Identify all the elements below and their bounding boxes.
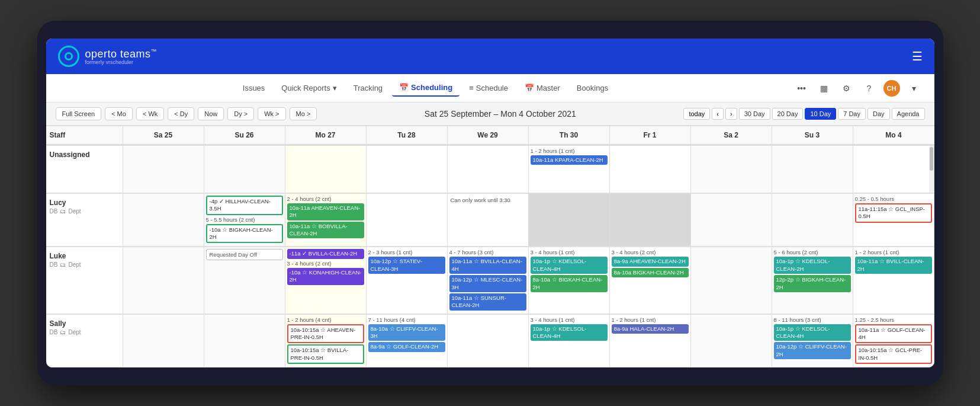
event-bigkah-clean-th30[interactable]: 8a-10a ☆ BIGKAH-CLEAN-2H — [531, 275, 608, 292]
cell-unassigned-sa2[interactable] — [691, 146, 772, 193]
next-nav-arrow[interactable]: › — [725, 108, 737, 120]
cell-unassigned-fr1[interactable] — [610, 146, 691, 193]
cell-unassigned-mo27[interactable] — [285, 146, 367, 193]
cell-unassigned-su3[interactable] — [772, 146, 853, 193]
cell-sally-su26[interactable] — [204, 315, 285, 367]
hamburger-menu-icon[interactable]: ☰ — [912, 49, 923, 63]
full-screen-btn[interactable]: Full Screen — [56, 107, 102, 120]
cell-sally-sa25[interactable] — [123, 315, 204, 367]
today-btn[interactable]: today — [683, 108, 710, 120]
event-kdelsol-clean-su3-sally[interactable]: 10a-1p ☆ KDELSOL-CLEAN-4H — [774, 324, 851, 341]
scrollbar[interactable] — [929, 146, 934, 193]
event-hala-clean[interactable]: 8a-9a HALA-CLEAN-2H — [612, 324, 689, 334]
event-bigkah-clean-fr1[interactable]: 8a-10a BIGKAH-CLEAN-2H — [612, 268, 689, 277]
event-sunsur-clean[interactable]: 10a-11a ☆ SUNSUR-CLEAN-2H — [449, 293, 526, 311]
cell-sally-fr1[interactable]: 1 - 2 hours (1 cnt) 8a-9a HALA-CLEAN-2H — [610, 315, 691, 367]
cell-luke-su3[interactable]: 5 - 6 hours (2 cnt) 10a-1p ☆ KDELSOL-CLE… — [772, 247, 853, 314]
cell-sally-mo27[interactable]: 1 - 2 hours (4 cnt) 10a-10:15a ☆ AHEAVEN… — [285, 315, 367, 367]
nav-quick-reports[interactable]: Quick Reports ▾ — [274, 80, 343, 96]
cell-unassigned-sa25[interactable] — [123, 146, 204, 193]
event-aheaven-clean-fr1[interactable]: 8a-9a AHEAVEN-CLEAN-2H — [612, 257, 689, 266]
cell-luke-mo4[interactable]: 1 - 2 hours (1 cnt) 10a-11a ☆ BVILL-CLEA… — [853, 247, 934, 314]
event-bvilla-prein[interactable]: 10a-10:15a ☆ BVILLA-PRE-IN-0.5H — [287, 344, 364, 364]
nav-bookings[interactable]: Bookings — [570, 80, 615, 96]
cell-lucy-we29[interactable]: Can only work until 3:30 — [448, 194, 529, 247]
nav-issues[interactable]: Issues — [236, 80, 272, 96]
view-20day[interactable]: 20 Day — [772, 108, 804, 120]
event-kdelsol-clean-su3[interactable]: 10a-1p ☆ KDELSOL-CLEAN-2H — [774, 257, 851, 274]
cell-lucy-fr1[interactable] — [610, 194, 691, 247]
event-bigkah-clean-lucy[interactable]: -10a ☆ BIGKAH-CLEAN-2H — [206, 224, 283, 244]
cell-sally-tu28[interactable]: 7 - 11 hours (4 cnt) 8a-10a ☆ CLIFFV-CLE… — [367, 315, 448, 367]
cell-lucy-sa2[interactable] — [691, 194, 772, 247]
settings-icon-btn[interactable]: ⚙ — [838, 80, 855, 97]
event-kpara-clean[interactable]: 10a-11a KPARA-CLEAN-2H — [531, 155, 608, 165]
prev-week-btn[interactable]: < Wk — [136, 107, 164, 120]
view-agenda[interactable]: Agenda — [892, 108, 925, 120]
cell-lucy-mo4[interactable]: 0.25 - 0.5 hours 11a-11:15a ☆ GCL_INSP-0… — [853, 194, 934, 247]
cell-sally-mo4[interactable]: 1.25 - 2.5 hours 10a-11a ☆ GOLF-CLEAN-4H… — [853, 315, 934, 367]
cell-luke-tu28[interactable]: 2 - 3 hours (1 cnt) 10a-12p ☆ STATEV-CLE… — [367, 247, 448, 314]
more-options-btn[interactable]: ••• — [793, 80, 810, 97]
user-avatar[interactable]: CH — [883, 80, 900, 97]
cell-lucy-su26[interactable]: -4p ✓ HILLHAV-CLEAN-3.5H 5 - 5.5 hours (… — [204, 194, 285, 247]
event-gcl-insp[interactable]: 11a-11:15a ☆ GCL_INSP-0.5H — [855, 203, 932, 223]
prev-month-btn[interactable]: < Mo — [105, 107, 133, 120]
view-10day[interactable]: 10 Day — [805, 108, 836, 120]
cell-luke-we29[interactable]: 4 - 7 hours (3 cnt) 10a-11a ☆ BVILLA-CLE… — [448, 247, 529, 314]
cell-luke-su26[interactable]: Requested Day Off — [204, 247, 285, 314]
help-icon-btn[interactable]: ? — [861, 80, 878, 97]
cell-lucy-th30[interactable] — [529, 194, 610, 247]
prev-nav-arrow[interactable]: ‹ — [712, 108, 724, 120]
cell-luke-sa2[interactable] — [691, 247, 772, 314]
event-hillhav-clean[interactable]: -4p ✓ HILLHAV-CLEAN-3.5H — [206, 196, 283, 215]
event-bvilla-clean-luke[interactable]: -11a ✓ BVILLA-CLEAN-2H — [287, 249, 364, 258]
next-week-btn[interactable]: Wk > — [258, 107, 285, 120]
event-kdelsol-clean-sally-th30[interactable]: 10a-1p ☆ KDELSOL-CLEAN-4H — [531, 324, 608, 341]
user-dropdown-icon[interactable]: ▾ — [906, 80, 923, 97]
cell-sally-sa2[interactable] — [691, 315, 772, 367]
event-bvill-clean-mo4[interactable]: 10a-11a ☆ BVILL-CLEAN-2H — [855, 257, 932, 274]
cell-unassigned-we29[interactable] — [448, 146, 529, 193]
cell-lucy-tu28[interactable] — [367, 194, 448, 247]
event-gcl-prein-mo4[interactable]: 10a-10:15a ☆ GCL-PRE-IN-0.5H — [855, 344, 932, 364]
event-statev-clean[interactable]: 10a-12p ☆ STATEV-CLEAN-3H — [368, 257, 445, 274]
cell-lucy-mo27[interactable]: 2 - 4 hours (2 cnt) 10a-11a AHEAVEN-CLEA… — [285, 194, 367, 247]
nav-master[interactable]: 📅 Master — [518, 80, 567, 96]
cell-lucy-su3[interactable] — [772, 194, 853, 247]
cell-sally-su3[interactable]: 8 - 11 hours (3 cnt) 10a-1p ☆ KDELSOL-CL… — [772, 315, 853, 367]
next-month-btn[interactable]: Mo > — [290, 107, 317, 120]
view-30day[interactable]: 30 Day — [739, 108, 770, 120]
event-bobvilla-clean[interactable]: 10a-11a ☆ BOBVILLA-CLEAN-2H — [287, 222, 364, 239]
event-cliffv-clean-tu28[interactable]: 8a-10a ☆ CLIFFV-CLEAN-3H — [368, 324, 445, 341]
view-day[interactable]: Day — [867, 108, 890, 120]
event-bigkah-clean-su3[interactable]: 12p-2p ☆ BIGKAH-CLEAN-2H — [774, 275, 851, 292]
cell-unassigned-th30[interactable]: 1 - 2 hours (1 cnt) 10a-11a KPARA-CLEAN-… — [529, 146, 610, 193]
event-cliffv-clean-su3[interactable]: 10a-12p ☆ CLIFFV-CLEAN-2H — [774, 342, 851, 359]
next-day-btn[interactable]: Dy > — [227, 107, 254, 120]
cell-luke-th30[interactable]: 3 - 4 hours (1 cnt) 10a-1p ☆ KDELSOL-CLE… — [529, 247, 610, 314]
cell-unassigned-mo4[interactable] — [853, 146, 934, 193]
cell-lucy-sa25[interactable] — [123, 194, 204, 247]
cell-unassigned-tu28[interactable] — [367, 146, 448, 193]
cell-luke-sa25[interactable] — [123, 247, 204, 314]
event-aheaven-prein[interactable]: 10a-10:15a ☆ AHEAVEN-PRE-IN-0.5H — [287, 324, 364, 344]
event-kdelsol-clean-th30[interactable]: 10a-1p ☆ KDELSOL-CLEAN-4H — [531, 257, 608, 274]
prev-day-btn[interactable]: < Dy — [168, 107, 194, 120]
nav-tracking[interactable]: Tracking — [346, 80, 390, 96]
chart-icon-btn[interactable]: ▦ — [816, 80, 833, 97]
event-mlesc-clean[interactable]: 10a-12p ☆ MLESC-CLEAN-3H — [449, 275, 526, 292]
view-7day[interactable]: 7 Day — [838, 108, 866, 120]
event-golf-clean-mo4[interactable]: 10a-11a ☆ GOLF-CLEAN-4H — [855, 324, 932, 344]
cell-unassigned-su26[interactable] — [204, 146, 285, 193]
event-bvilla-clean-we29[interactable]: 10a-11a ☆ BVILLA-CLEAN-4H — [449, 257, 526, 274]
event-aheaven-clean[interactable]: 10a-11a AHEAVEN-CLEAN-2H — [287, 203, 364, 220]
nav-schedule[interactable]: ≡ Schedule — [462, 80, 515, 96]
cell-luke-mo27[interactable]: -11a ✓ BVILLA-CLEAN-2H 3 - 4 hours (2 cn… — [285, 247, 367, 314]
event-konahigh-clean[interactable]: -10a ☆ KONAHIGH-CLEAN-2H — [287, 268, 364, 285]
event-golf-clean-tu28[interactable]: 8a-9a ☆ GOLF-CLEAN-2H — [368, 342, 445, 351]
nav-scheduling[interactable]: 📅 Scheduling — [392, 79, 460, 97]
now-btn[interactable]: Now — [198, 107, 224, 120]
cell-luke-fr1[interactable]: 3 - 4 hours (2 cnt) 8a-9a AHEAVEN-CLEAN-… — [610, 247, 691, 314]
cell-sally-th30[interactable]: 3 - 4 hours (1 cnt) 10a-1p ☆ KDELSOL-CLE… — [529, 315, 610, 367]
